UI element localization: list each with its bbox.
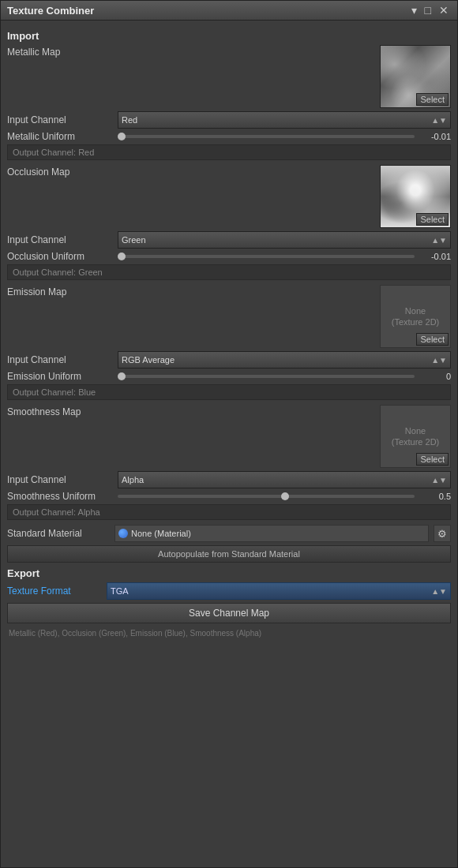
emission-preview-area: None (Texture 2D) Select bbox=[118, 285, 451, 348]
standard-material-label: Standard Material bbox=[7, 528, 110, 539]
smoothness-output-channel: Output Channel: Alpha bbox=[7, 504, 451, 520]
texture-format-label: Texture Format bbox=[7, 586, 102, 597]
occlusion-map-row: Occlusion Map Select bbox=[7, 165, 451, 228]
smoothness-uniform-row: Smoothness Uniform 0.5 bbox=[7, 491, 451, 502]
smoothness-dropdown-arrow: ▲▼ bbox=[431, 476, 447, 485]
texture-format-dropdown[interactable]: TGA ▲▼ bbox=[107, 582, 451, 600]
content-area: Import Metallic Map Select Input Channel… bbox=[1, 21, 457, 867]
metallic-dropdown-arrow: ▲▼ bbox=[431, 116, 447, 125]
smoothness-slider-track[interactable] bbox=[118, 495, 415, 498]
metallic-uniform-label: Metallic Uniform bbox=[7, 131, 118, 142]
footer-text: Metallic (Red), Occlusion (Green), Emiss… bbox=[7, 627, 451, 641]
occlusion-output-channel: Output Channel: Green bbox=[7, 264, 451, 280]
title-bar-controls: ▾ □ ✕ bbox=[409, 4, 451, 17]
occlusion-uniform-value: -0.01 bbox=[419, 252, 451, 261]
occlusion-input-channel-dropdown[interactable]: Green ▲▼ bbox=[118, 231, 451, 249]
emission-slider-thumb[interactable] bbox=[118, 372, 126, 380]
standard-material-row: Standard Material None (Material) ⚙ bbox=[7, 525, 451, 542]
occlusion-dropdown-arrow: ▲▼ bbox=[431, 236, 447, 245]
metallic-map-label: Metallic Map bbox=[7, 45, 118, 58]
metallic-preview-area: Select bbox=[118, 45, 451, 108]
main-window: Texture Combiner ▾ □ ✕ Import Metallic M… bbox=[0, 0, 458, 868]
metallic-slider-container: -0.01 bbox=[118, 132, 451, 141]
metallic-uniform-value: -0.01 bbox=[419, 132, 451, 141]
metallic-map-section: Metallic Map Select Input Channel Red ▲▼… bbox=[7, 45, 451, 160]
occlusion-map-preview: Select bbox=[380, 165, 451, 228]
emission-uniform-value: 0 bbox=[419, 372, 451, 381]
emission-map-section: Emission Map None (Texture 2D) Select In… bbox=[7, 285, 451, 400]
occlusion-uniform-row: Occlusion Uniform -0.01 bbox=[7, 251, 451, 262]
export-header: Export bbox=[7, 567, 451, 579]
smoothness-map-label: Smoothness Map bbox=[7, 405, 118, 417]
smoothness-map-preview: None (Texture 2D) Select bbox=[380, 405, 451, 468]
emission-input-channel-row: Input Channel RGB Average ▲▼ bbox=[7, 351, 451, 369]
smoothness-select-button[interactable]: Select bbox=[416, 453, 449, 466]
metallic-output-channel: Output Channel: Red bbox=[7, 144, 451, 160]
emission-dropdown-arrow: ▲▼ bbox=[431, 356, 447, 365]
emission-map-row: Emission Map None (Texture 2D) Select bbox=[7, 285, 451, 348]
occlusion-preview-area: Select bbox=[118, 165, 451, 228]
smoothness-preview-area: None (Texture 2D) Select bbox=[118, 405, 451, 468]
metallic-map-preview: Select bbox=[380, 45, 451, 108]
smoothness-input-channel-row: Input Channel Alpha ▲▼ bbox=[7, 471, 451, 488]
standard-material-dropdown[interactable]: None (Material) bbox=[114, 525, 429, 542]
title-bar: Texture Combiner ▾ □ ✕ bbox=[1, 1, 457, 21]
emission-uniform-label: Emission Uniform bbox=[7, 371, 118, 382]
emission-select-button[interactable]: Select bbox=[416, 333, 449, 346]
occlusion-uniform-label: Occlusion Uniform bbox=[7, 251, 118, 262]
metallic-slider-track[interactable] bbox=[118, 135, 415, 138]
metallic-map-row: Metallic Map Select bbox=[7, 45, 451, 108]
emission-slider-track[interactable] bbox=[118, 375, 415, 378]
standard-material-gear-button[interactable]: ⚙ bbox=[434, 525, 451, 542]
occlusion-slider-thumb[interactable] bbox=[118, 253, 126, 260]
standard-material-value: None (Material) bbox=[131, 529, 191, 538]
occlusion-slider-container: -0.01 bbox=[118, 252, 451, 261]
occlusion-map-label: Occlusion Map bbox=[7, 165, 118, 178]
close-button[interactable]: ✕ bbox=[437, 4, 451, 17]
save-channel-map-button[interactable]: Save Channel Map bbox=[7, 603, 451, 623]
smoothness-uniform-label: Smoothness Uniform bbox=[7, 491, 118, 502]
gear-icon: ⚙ bbox=[437, 528, 447, 540]
occlusion-input-channel-label: Input Channel bbox=[7, 234, 118, 245]
smoothness-none-text: None (Texture 2D) bbox=[392, 425, 440, 448]
metallic-input-channel-dropdown[interactable]: Red ▲▼ bbox=[118, 111, 451, 129]
occlusion-slider-track[interactable] bbox=[118, 255, 415, 258]
smoothness-map-section: Smoothness Map None (Texture 2D) Select … bbox=[7, 405, 451, 520]
smoothness-input-channel-label: Input Channel bbox=[7, 474, 118, 485]
title-bar-left: Texture Combiner bbox=[7, 5, 94, 17]
metallic-slider-thumb[interactable] bbox=[118, 133, 126, 140]
metallic-select-button[interactable]: Select bbox=[416, 93, 449, 106]
maximize-button[interactable]: □ bbox=[422, 4, 434, 17]
metallic-input-channel-label: Input Channel bbox=[7, 114, 118, 125]
collapse-button[interactable]: ▾ bbox=[409, 4, 419, 17]
emission-uniform-row: Emission Uniform 0 bbox=[7, 371, 451, 382]
emission-input-channel-dropdown[interactable]: RGB Average ▲▼ bbox=[118, 351, 451, 369]
emission-output-channel: Output Channel: Blue bbox=[7, 384, 451, 400]
emission-map-label: Emission Map bbox=[7, 285, 118, 297]
texture-format-value: TGA bbox=[111, 586, 129, 596]
texture-format-row: Texture Format TGA ▲▼ bbox=[7, 582, 451, 600]
emission-none-text: None (Texture 2D) bbox=[392, 305, 440, 328]
emission-map-preview: None (Texture 2D) Select bbox=[380, 285, 451, 348]
occlusion-input-channel-row: Input Channel Green ▲▼ bbox=[7, 231, 451, 249]
smoothness-slider-container: 0.5 bbox=[118, 492, 451, 501]
autopopulate-button[interactable]: Autopopulate from Standard Material bbox=[7, 545, 451, 563]
smoothness-input-channel-value: Alpha bbox=[122, 475, 144, 485]
smoothness-input-channel-dropdown[interactable]: Alpha ▲▼ bbox=[118, 471, 451, 488]
smoothness-map-row: Smoothness Map None (Texture 2D) Select bbox=[7, 405, 451, 468]
metallic-uniform-row: Metallic Uniform -0.01 bbox=[7, 131, 451, 142]
occlusion-map-section: Occlusion Map Select Input Channel Green… bbox=[7, 165, 451, 280]
emission-input-channel-value: RGB Average bbox=[122, 355, 175, 365]
metallic-input-channel-value: Red bbox=[122, 115, 137, 125]
material-sphere-icon bbox=[118, 529, 128, 538]
occlusion-select-button[interactable]: Select bbox=[416, 213, 449, 226]
window-title: Texture Combiner bbox=[7, 5, 94, 17]
import-header: Import bbox=[7, 30, 451, 42]
occlusion-input-channel-value: Green bbox=[122, 235, 146, 245]
emission-slider-container: 0 bbox=[118, 372, 451, 381]
texture-format-dropdown-arrow: ▲▼ bbox=[431, 587, 447, 596]
emission-input-channel-label: Input Channel bbox=[7, 354, 118, 365]
smoothness-slider-thumb[interactable] bbox=[281, 492, 289, 500]
metallic-input-channel-row: Input Channel Red ▲▼ bbox=[7, 111, 451, 129]
smoothness-uniform-value: 0.5 bbox=[419, 492, 451, 501]
